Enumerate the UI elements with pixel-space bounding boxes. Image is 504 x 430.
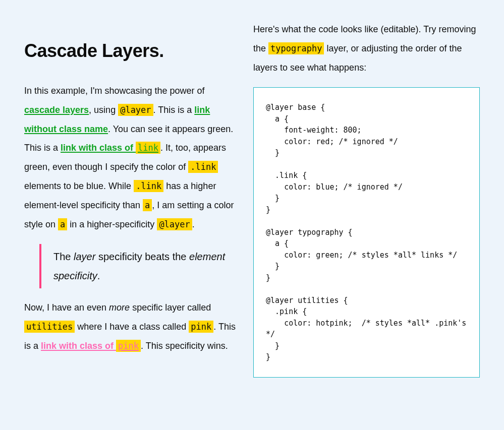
text: . — [192, 219, 195, 229]
text: Now, I have an even — [24, 302, 109, 313]
link-cascade-layers[interactable]: cascade layers — [24, 105, 89, 115]
text: specific layer called — [130, 302, 211, 313]
text: , using — [89, 105, 118, 115]
text: where I have a class called — [75, 322, 189, 332]
code-utilities: utilities — [24, 321, 75, 333]
code-pink: pink — [189, 321, 213, 333]
text: . This specificity wins. — [141, 341, 228, 351]
emphasis-more: more — [109, 302, 130, 313]
page-heading: Cascade Layers. — [24, 40, 241, 62]
code-typography: typography — [268, 42, 324, 54]
utilities-paragraph: Now, I have an even more specific layer … — [24, 298, 241, 355]
text: In this example, I'm showcasing the powe… — [24, 86, 205, 96]
code-dot-link: .link — [134, 180, 163, 192]
text: . This is a — [153, 105, 195, 115]
code-a: a — [58, 218, 67, 230]
text: link with class of — [41, 341, 116, 351]
text: elements to be blue. While — [24, 181, 134, 191]
link-with-class-link[interactable]: link with class of link — [61, 142, 160, 154]
emphasis-layer: layer — [74, 251, 95, 262]
code-a: a — [143, 199, 152, 211]
blockquote: The layer specificity beats the element … — [39, 244, 241, 288]
text: The — [53, 251, 74, 262]
code-at-layer: @layer — [157, 218, 192, 230]
text: link with class of — [61, 143, 136, 153]
link-with-class-pink[interactable]: link with class of pink — [41, 340, 141, 352]
code-pink-in-link: pink — [116, 340, 141, 352]
editable-code-block[interactable]: @layer base { a { font-weight: 800; colo… — [253, 87, 480, 378]
code-at-layer: @layer — [118, 104, 153, 116]
code-dot-link: .link — [188, 161, 218, 173]
text: specificity beats the — [95, 251, 189, 262]
right-column: Here's what the code looks like (editabl… — [253, 20, 480, 378]
left-column: Cascade Layers. In this example, I'm sho… — [24, 20, 241, 378]
text: in a higher-specificity — [67, 219, 157, 229]
code-intro-paragraph: Here's what the code looks like (editabl… — [253, 20, 480, 77]
text: . — [97, 270, 100, 281]
intro-paragraph: In this example, I'm showcasing the powe… — [24, 82, 241, 234]
code-link-in-link: link — [136, 142, 160, 154]
